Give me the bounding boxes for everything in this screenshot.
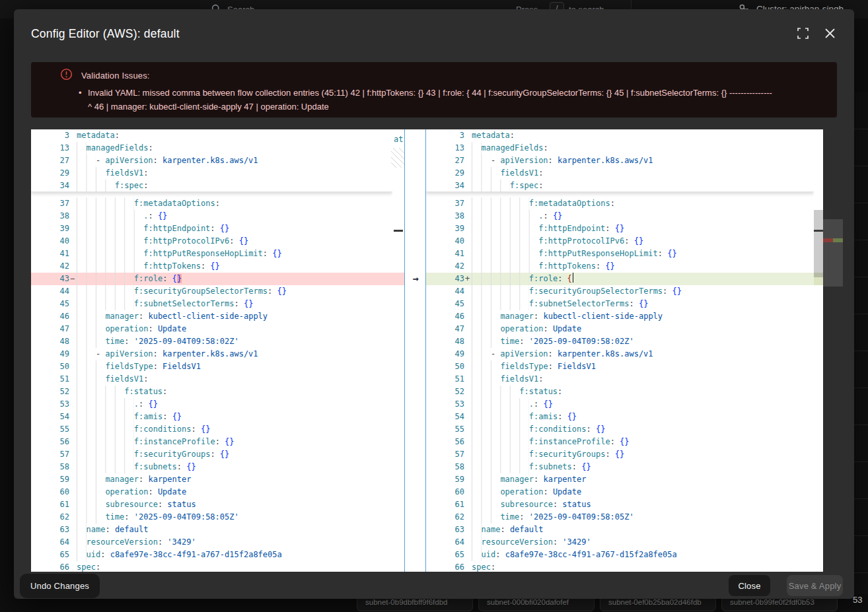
line-number[interactable]: 40	[426, 235, 464, 248]
line-number[interactable]: 41	[426, 248, 464, 260]
line-number: 45	[31, 298, 69, 310]
code-line: 54f:amis: {}	[31, 411, 392, 423]
code-line: 57f:securityGroups: {}	[31, 448, 392, 461]
close-button[interactable]: Close	[729, 575, 770, 596]
line-number: 51	[31, 373, 69, 386]
line-number[interactable]: 43	[426, 273, 464, 285]
code-line[interactable]: 54f:amis: {}	[426, 411, 814, 423]
line-number: 57	[31, 448, 69, 461]
revert-change-arrow[interactable]: →	[409, 273, 422, 285]
diff-modified-pane[interactable]: 37f:metadataOptions:38.: {}39f:httpEndpo…	[426, 129, 814, 572]
code-line[interactable]: 42f:httpTokens: {}	[426, 260, 814, 273]
line-number[interactable]: 55	[426, 423, 464, 436]
code-line[interactable]: 40f:httpProtocolIPv6: {}	[426, 235, 814, 248]
overview-deletion-marker	[823, 238, 833, 242]
line-number[interactable]: 44	[426, 285, 464, 298]
line-number[interactable]: 42	[426, 260, 464, 273]
code-line[interactable]: 61subresource: status	[426, 498, 814, 511]
line-number[interactable]: 65	[426, 549, 464, 561]
line-number[interactable]: 49	[426, 348, 464, 360]
line-number[interactable]: 58	[426, 461, 464, 473]
code-line[interactable]: 43+f:role: {	[426, 273, 814, 285]
code-line[interactable]: 3metadata:	[426, 129, 814, 142]
line-number[interactable]: 63	[426, 524, 464, 536]
line-number[interactable]: 47	[426, 323, 464, 335]
line-number[interactable]: 39	[426, 222, 464, 235]
code-line[interactable]: 62time: '2025-09-04T09:58:05Z'	[426, 511, 814, 524]
code-line[interactable]: 60operation: Update	[426, 486, 814, 498]
diff-overview-ruler[interactable]	[823, 129, 843, 572]
code-line[interactable]: 37f:metadataOptions:	[426, 197, 814, 210]
code-line[interactable]: 56f:instanceProfile: {}	[426, 436, 814, 448]
line-number[interactable]: 59	[426, 473, 464, 486]
code-line[interactable]: 45f:subnetSelectorTerms: {}	[426, 298, 814, 310]
line-number[interactable]: 34	[426, 180, 464, 192]
code-line[interactable]: 55f:conditions: {}	[426, 423, 814, 436]
line-number[interactable]: 62	[426, 511, 464, 524]
line-number[interactable]: 50	[426, 360, 464, 373]
code-line: 3metadata:	[31, 129, 392, 142]
code-line[interactable]: 52f:status:	[426, 386, 814, 398]
line-number[interactable]: 57	[426, 448, 464, 461]
code-line[interactable]: 34f:spec:	[426, 180, 814, 192]
code-line[interactable]: 65uid: c8afe97e-38cc-4f91-a767-d15f2a8fe…	[426, 549, 814, 561]
close-icon[interactable]	[824, 28, 838, 41]
code-line: 59manager: karpenter	[31, 473, 392, 486]
code-line[interactable]: 38.: {}	[426, 210, 814, 222]
line-number[interactable]: 53	[426, 398, 464, 411]
code-line[interactable]: 49- apiVersion: karpenter.k8s.aws/v1	[426, 348, 814, 360]
code-line[interactable]: 48time: '2025-09-04T09:58:02Z'	[426, 335, 814, 348]
line-number[interactable]: 13	[426, 142, 464, 154]
code-line[interactable]: 66spec:	[426, 561, 814, 572]
left-editor-scrollbar[interactable]	[392, 129, 404, 572]
code-line[interactable]: 50fieldsType: FieldsV1	[426, 360, 814, 373]
code-line[interactable]: 29fieldsV1:	[426, 167, 814, 180]
scrollbar-thumb[interactable]	[814, 210, 823, 277]
code-line[interactable]: 44f:securityGroupSelectorTerms: {}	[426, 285, 814, 298]
diff-gutter[interactable]: →	[404, 129, 426, 572]
code-line[interactable]: 27- apiVersion: karpenter.k8s.aws/v1	[426, 154, 814, 167]
code-line[interactable]: 57f:securityGroups: {}	[426, 448, 814, 461]
diff-original-pane: 37f:metadataOptions:38.: {}39f:httpEndpo…	[31, 129, 392, 572]
line-number[interactable]: 45	[426, 298, 464, 310]
line-number[interactable]: 66	[426, 561, 464, 572]
line-number[interactable]: 56	[426, 436, 464, 448]
save-apply-button[interactable]: Save & Apply	[787, 575, 843, 596]
code-line[interactable]: 13managedFields:	[426, 142, 814, 154]
line-number[interactable]: 38	[426, 210, 464, 222]
line-number: 48	[31, 335, 69, 348]
line-number[interactable]: 54	[426, 411, 464, 423]
right-editor-scrollbar[interactable]	[814, 129, 823, 572]
code-line[interactable]: 58f:subnets: {}	[426, 461, 814, 473]
code-line[interactable]: 53.: {}	[426, 398, 814, 411]
line-number[interactable]: 46	[426, 310, 464, 323]
line-number[interactable]: 3	[426, 129, 464, 142]
code-line[interactable]: 59manager: karpenter	[426, 473, 814, 486]
line-number[interactable]: 64	[426, 536, 464, 549]
line-number[interactable]: 60	[426, 486, 464, 498]
undo-changes-button[interactable]: Undo Changes	[20, 574, 100, 598]
code-line[interactable]: 41f:httpPutResponseHopLimit: {}	[426, 248, 814, 260]
line-number[interactable]: 29	[426, 167, 464, 180]
line-number[interactable]: 61	[426, 498, 464, 511]
code-line: 49- apiVersion: karpenter.k8s.aws/v1	[31, 348, 392, 360]
line-number: 40	[31, 235, 69, 248]
bullet: •	[79, 86, 82, 100]
code-line[interactable]: 46manager: kubectl-client-side-apply	[426, 310, 814, 323]
code-line[interactable]: 63name: default	[426, 524, 814, 536]
code-line[interactable]: 47operation: Update	[426, 323, 814, 335]
dialog-title: Config Editor (AWS): default	[31, 27, 180, 41]
line-number[interactable]: 27	[426, 154, 464, 167]
line-number[interactable]: 51	[426, 373, 464, 386]
code-line: 34f:spec:	[31, 180, 392, 192]
code-line: 50fieldsType: FieldsV1	[31, 360, 392, 373]
line-number[interactable]: 48	[426, 335, 464, 348]
fullscreen-button[interactable]	[797, 28, 811, 41]
line-number[interactable]: 37	[426, 197, 464, 210]
code-line[interactable]: 51fieldsV1:	[426, 373, 814, 386]
code-line[interactable]: 64resourceVersion: '3429'	[426, 536, 814, 549]
line-number[interactable]: 52	[426, 386, 464, 398]
overview-viewport[interactable]	[823, 219, 843, 287]
line-number: 62	[31, 511, 69, 524]
code-line[interactable]: 39f:httpEndpoint: {}	[426, 222, 814, 235]
